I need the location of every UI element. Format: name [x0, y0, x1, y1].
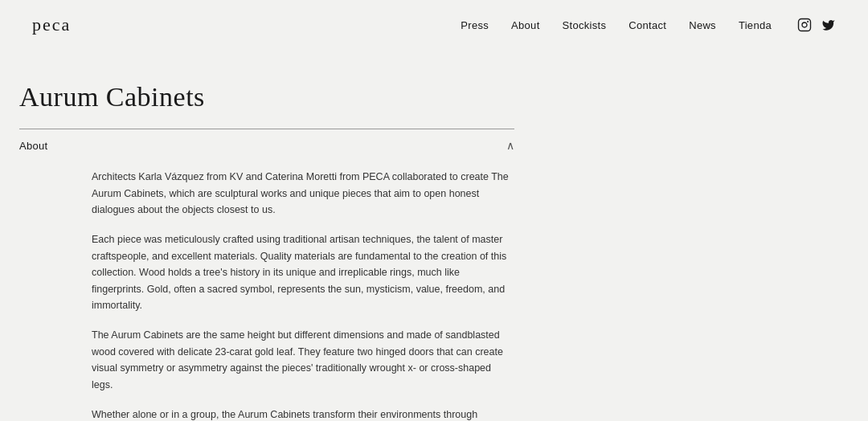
accordion-header[interactable]: About ∧: [19, 129, 514, 162]
nav-link-about[interactable]: About: [511, 19, 539, 31]
svg-point-1: [802, 22, 807, 27]
about-paragraph-4: Whether alone or in a group, the Aurum C…: [92, 407, 514, 422]
accordion-chevron-icon: ∧: [506, 139, 514, 153]
nav-link-stockists[interactable]: Stockists: [563, 19, 607, 31]
twitter-icon[interactable]: [821, 18, 836, 32]
instagram-icon[interactable]: [797, 18, 812, 32]
accordion-content: Architects Karla Vázquez from KV and Cat…: [19, 162, 514, 421]
nav-link-contact[interactable]: Contact: [628, 19, 666, 31]
svg-rect-0: [799, 19, 811, 31]
site-header: peca Press About Stockists Contact News …: [0, 0, 868, 50]
page-title: Aurum Cabinets: [19, 82, 514, 112]
logo[interactable]: peca: [32, 14, 71, 35]
about-paragraph-3: The Aurum Cabinets are the same height b…: [92, 327, 514, 394]
nav-link-news[interactable]: News: [689, 19, 716, 31]
about-paragraph-2: Each piece was meticulously crafted usin…: [92, 231, 514, 314]
social-icons: [797, 18, 836, 32]
svg-point-2: [808, 22, 809, 22]
about-accordion: About ∧ Architects Karla Vázquez from KV…: [19, 129, 514, 421]
nav-link-tienda[interactable]: Tienda: [739, 19, 772, 31]
about-paragraph-1: Architects Karla Vázquez from KV and Cat…: [92, 169, 514, 219]
accordion-label: About: [19, 140, 47, 152]
main-nav: Press About Stockists Contact News Tiend…: [461, 18, 836, 32]
main-content: Aurum Cabinets About ∧ Architects Karla …: [0, 50, 547, 421]
nav-link-press[interactable]: Press: [461, 19, 489, 31]
